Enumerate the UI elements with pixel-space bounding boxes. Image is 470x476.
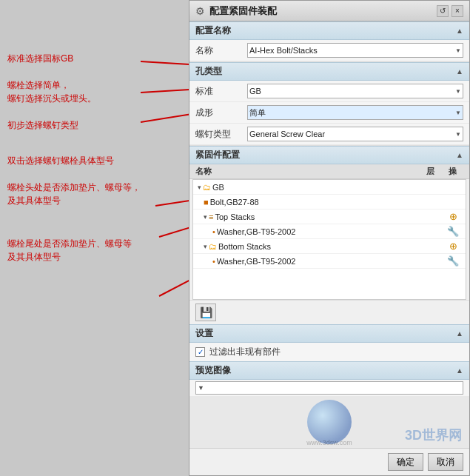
preview-dropdown: ▼ [189, 380, 469, 396]
preview-body: 3D世界网 www.3dsw.com [189, 396, 469, 448]
settings-header: 设置 ▲ [189, 324, 469, 343]
washer-bottom-action[interactable]: 🔧 [442, 255, 464, 267]
bottom-stacks-expand: ▾ [204, 243, 207, 250]
tree-row-gb-name: ▾ 🗂 GB [195, 183, 420, 192]
cancel-button[interactable]: 取消 [428, 453, 463, 471]
fastener-config-section: 名称 层 操 ▾ 🗂 GB ■ Bolt,GB27-88 [189, 164, 469, 324]
tree-row-top-stacks[interactable]: ▾ ≡ Top Stacks ⊕ [193, 209, 466, 224]
config-name-section: 名称 AI-Hex Bolt/Stacks ▼ [189, 40, 469, 62]
top-stacks-add-icon: ⊕ [449, 211, 457, 222]
tree-row-bottom-stacks-name: ▾ 🗂 Bottom Stacks [201, 242, 420, 251]
tree-row-bolt[interactable]: ■ Bolt,GB27-88 [193, 195, 466, 209]
settings-title: 设置 [195, 327, 213, 340]
washer-top-action[interactable]: 🔧 [442, 226, 464, 237]
tree-col-action-header: 操 [441, 166, 463, 177]
config-name-arrow[interactable]: ▲ [456, 27, 463, 35]
washer-bottom-icon: • [212, 257, 215, 266]
dialog-titlebar: ⚙ 配置紧固件装配 ↺ × [189, 1, 469, 21]
tree-row-gb[interactable]: ▾ 🗂 GB [193, 180, 466, 195]
standard-select[interactable]: GB ▼ [247, 84, 463, 98]
dialog-title-left: ⚙ 配置紧固件装配 [195, 4, 277, 18]
form-row: 成形 简单 ▼ [189, 102, 469, 124]
tree-col-layer-header: 层 [419, 166, 441, 177]
gb-label: GB [212, 183, 224, 192]
screw-type-select[interactable]: General Screw Clear ▼ [247, 127, 463, 141]
bottom-stacks-action[interactable]: ⊕ [442, 241, 464, 252]
fastener-config-title: 紧固件配置 [195, 149, 240, 161]
fastener-config-header: 紧固件配置 ▲ [189, 146, 469, 164]
tree-row-bolt-name: ■ Bolt,GB27-88 [201, 198, 420, 207]
tree-body: ▾ 🗂 GB ■ Bolt,GB27-88 ▾ ≡ [192, 179, 466, 300]
bottom-stacks-add-icon: ⊕ [449, 241, 457, 252]
config-name-select[interactable]: AI-Hex Bolt/Stacks ▼ [247, 43, 463, 58]
preview-title: 预览图像 [195, 364, 231, 377]
preview-header: 预览图像 ▲ [189, 361, 469, 380]
tree-row-bottom-stacks[interactable]: ▾ 🗂 Bottom Stacks ⊕ [193, 239, 466, 254]
tree-toolbar: 💾 [189, 300, 469, 324]
top-stacks-label: Top Stacks [215, 212, 255, 221]
config-name-row: 名称 AI-Hex Bolt/Stacks ▼ [189, 40, 469, 61]
filter-label: 过滤出非现有部件 [209, 346, 281, 358]
annotation-2: 螺栓选择简单，螺钉选择沉头或埋头。 [7, 78, 170, 105]
bottom-stacks-label: Bottom Stacks [218, 242, 271, 251]
top-stacks-action[interactable]: ⊕ [442, 211, 464, 222]
screw-type-value: General Screw Clear [249, 130, 325, 138]
tree-header: 名称 层 操 [189, 164, 469, 179]
dialog-title: 配置紧固件装配 [209, 4, 277, 18]
annotation-5: 螺栓头处是否添加垫片、螺母等，及其具体型号 [7, 181, 170, 207]
preview-select-arrow: ▼ [198, 384, 204, 392]
config-name-dropdown-arrow: ▼ [455, 47, 461, 54]
screw-type-label: 螺钉类型 [195, 128, 247, 141]
config-name-label: 名称 [195, 44, 247, 57]
preview-section: ▼ 3D世界网 www.3dsw.com [189, 380, 469, 448]
annotation-3: 初步选择螺钉类型 [7, 118, 170, 132]
annotation-1: 标准选择国标GB [7, 52, 170, 65]
annotation-panel: 标准选择国标GB 螺栓选择简单，螺钉选择沉头或埋头。 初步选择螺钉类型 双击选择… [0, 44, 178, 284]
tree-row-washer-bottom-name: • Washer,GB-T95-2002 [209, 257, 420, 266]
settings-arrow[interactable]: ▲ [456, 329, 463, 338]
refresh-button[interactable]: ↺ [437, 5, 449, 17]
screw-type-dropdown-arrow: ▼ [455, 131, 461, 138]
fastener-config-arrow[interactable]: ▲ [456, 151, 463, 159]
tree-col-name-header: 名称 [195, 166, 419, 177]
confirm-button[interactable]: 确定 [388, 453, 423, 471]
config-name-header: 配置名称 ▲ [189, 21, 469, 40]
preview-logo: 3D世界网 [405, 426, 462, 444]
washer-bottom-wrench-icon: 🔧 [447, 255, 459, 267]
dialog-footer: 确定 取消 [189, 448, 469, 475]
bottom-stacks-icon: 🗂 [209, 242, 217, 251]
standard-label: 标准 [195, 85, 247, 98]
standard-row: 标准 GB ▼ [189, 81, 469, 102]
save-icon: 💾 [200, 306, 212, 318]
gear-icon: ⚙ [195, 5, 205, 17]
tree-row-washer-top-name: • Washer,GB-T95-2002 [209, 227, 420, 236]
washer-top-label: Washer,GB-T95-2002 [217, 227, 296, 236]
filter-checkbox[interactable]: ✓ [195, 347, 205, 357]
forming-value: 简单 [249, 107, 266, 118]
hole-type-arrow[interactable]: ▲ [456, 67, 463, 76]
preview-watermark: www.3dsw.com [306, 439, 352, 446]
hole-type-section: 标准 GB ▼ 成形 简单 ▼ 螺钉类型 General Screw Clear… [189, 81, 469, 146]
hole-type-header: 孔类型 ▲ [189, 62, 469, 81]
bolt-icon: ■ [204, 198, 209, 207]
hole-type-title: 孔类型 [195, 65, 222, 78]
tree-row-washer-top[interactable]: • Washer,GB-T95-2002 🔧 [193, 224, 466, 239]
bolt-label: Bolt,GB27-88 [210, 198, 259, 207]
close-button[interactable]: × [451, 5, 463, 17]
annotation-6: 螺栓尾处是否添加垫片、螺母等及其具体型号 [7, 237, 170, 264]
filter-row: ✓ 过滤出非现有部件 [189, 343, 469, 361]
preview-arrow[interactable]: ▲ [456, 366, 463, 375]
dialog: ⚙ 配置紧固件装配 ↺ × 配置名称 ▲ 名称 AI-Hex Bolt/Stac… [189, 0, 470, 476]
washer-top-wrench-icon: 🔧 [447, 226, 459, 237]
top-stacks-icon: ≡ [209, 212, 213, 221]
preview-select[interactable]: ▼ [195, 381, 463, 395]
forming-select[interactable]: 简单 ▼ [247, 105, 463, 120]
tree-row-washer-bottom[interactable]: • Washer,GB-T95-2002 🔧 [193, 254, 466, 269]
config-name-value: AI-Hex Bolt/Stacks [249, 46, 318, 55]
gb-expand-icon: ▾ [198, 184, 201, 191]
forming-dropdown-arrow: ▼ [455, 110, 461, 116]
washer-bottom-label: Washer,GB-T95-2002 [217, 257, 296, 266]
save-button[interactable]: 💾 [195, 304, 216, 321]
config-name-title: 配置名称 [195, 24, 231, 37]
preview-3d-sphere [307, 400, 352, 444]
